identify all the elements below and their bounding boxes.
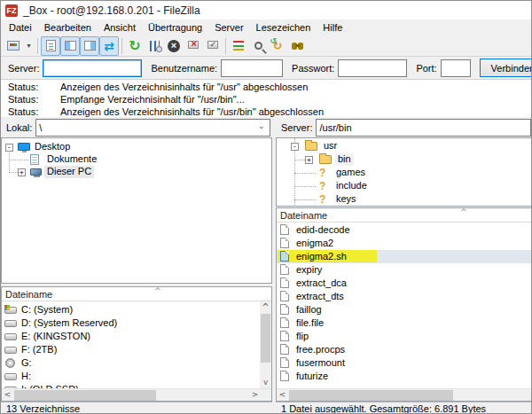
tree-item-usr[interactable]: usr	[277, 140, 531, 152]
file-row[interactable]: flip	[277, 330, 531, 343]
drive-row-d[interactable]: D: (System Reserved)	[2, 316, 271, 330]
file-row[interactable]: extract_dts	[277, 290, 531, 303]
toolbar	[1, 35, 531, 57]
local-status-bar: 13 Verzeichnisse	[1, 402, 272, 414]
connect-button[interactable]: Verbinden	[480, 59, 532, 77]
directory-comparison-icon[interactable]	[248, 36, 268, 56]
tree-item-desktop[interactable]: Desktop	[2, 141, 271, 153]
tree-item-dokumente[interactable]: Dokumente	[2, 153, 271, 166]
file-row[interactable]: edid-decode	[277, 223, 531, 237]
toggle-transfer-queue-icon[interactable]	[99, 36, 119, 56]
synchronized-browsing-icon[interactable]	[268, 36, 287, 56]
menu-bearbeiten[interactable]: Bearbeiten	[38, 20, 98, 35]
unknown-folder-icon	[319, 204, 325, 207]
local-list-header[interactable]: Dateiname	[2, 287, 271, 301]
toggle-remote-tree-icon[interactable]	[80, 36, 99, 56]
menu-ansicht[interactable]: Ansicht	[98, 20, 142, 35]
tree-item-games[interactable]: games	[277, 167, 531, 179]
tree-item-include[interactable]: include	[277, 180, 531, 192]
tree-item-label: bin	[335, 153, 354, 166]
remote-status-text: 1 Datei ausgewählt. Gesamtgröße: 6.891 B…	[281, 403, 486, 414]
tree-item-bin[interactable]: bin	[277, 153, 531, 166]
menu-server[interactable]: Server	[208, 20, 249, 35]
site-manager-dropdown-icon[interactable]	[23, 36, 35, 56]
tree-item-dieser-pc[interactable]: Dieser PC	[2, 166, 271, 178]
toggle-local-tree-icon[interactable]	[60, 36, 80, 56]
chevron-down-icon[interactable]	[258, 124, 265, 131]
cancel-icon[interactable]	[164, 36, 184, 56]
drive-icon	[4, 333, 17, 340]
cancel-glyph	[168, 40, 180, 52]
file-row[interactable]: expiry	[277, 263, 531, 277]
menu-hilfe[interactable]: Hilfe	[317, 20, 348, 35]
file-icon	[280, 224, 289, 235]
remote-list-header[interactable]: Dateiname	[277, 208, 531, 223]
scroll-left-icon[interactable]	[2, 389, 13, 401]
vertical-scrollbar[interactable]	[260, 301, 271, 388]
drive-row-e[interactable]: E: (KINGSTON)	[2, 330, 271, 343]
local-path-combobox[interactable]	[35, 119, 270, 137]
file-row[interactable]: extract_dca	[277, 277, 531, 290]
process-queue-icon[interactable]	[145, 36, 164, 56]
tree-item-label: include	[333, 180, 370, 192]
file-row[interactable]: file.file	[277, 316, 531, 330]
tree-item-lib[interactable]: lib	[277, 204, 531, 207]
scroll-right-icon[interactable]	[249, 389, 261, 401]
server-label: Server:	[8, 63, 39, 74]
scrollbar-thumb[interactable]	[289, 390, 453, 401]
menu-lesezeichen[interactable]: Lesezeichen	[250, 20, 317, 35]
filter-icon[interactable]	[229, 36, 248, 56]
server-input[interactable]	[43, 59, 142, 77]
drive-label: E: (KINGSTON)	[20, 330, 92, 343]
refresh-icon[interactable]	[125, 36, 145, 56]
scroll-down-icon[interactable]	[260, 377, 271, 388]
collapse-expander-icon[interactable]	[291, 143, 299, 151]
file-row[interactable]: free.procps	[277, 343, 531, 356]
menu-datei[interactable]: Datei	[3, 20, 38, 35]
file-name: enigma2.sh	[294, 250, 348, 263]
scrollbar-thumb[interactable]	[14, 390, 156, 401]
scrollbar-thumb[interactable]	[261, 314, 270, 363]
drive-row-f[interactable]: F: (2TB)	[2, 343, 271, 356]
password-input[interactable]	[338, 59, 407, 77]
expand-expander-icon[interactable]	[18, 168, 26, 176]
drive-row-h[interactable]: H:	[2, 370, 271, 383]
scroll-left-icon[interactable]	[277, 389, 288, 401]
port-input[interactable]	[441, 59, 471, 77]
username-input[interactable]	[221, 59, 283, 77]
refresh-glyph	[129, 39, 140, 53]
horizontal-scrollbar[interactable]	[277, 388, 531, 401]
drive-row-g[interactable]: G:	[2, 356, 271, 370]
file-icon	[280, 264, 289, 275]
file-row-selected[interactable]: enigma2.sh	[277, 250, 531, 263]
toolbar-separator	[121, 38, 122, 54]
file-row[interactable]: faillog	[277, 303, 531, 316]
system-drive-icon	[4, 307, 17, 314]
disconnect-icon[interactable]	[184, 36, 203, 56]
file-row[interactable]: futurize	[277, 370, 531, 383]
site-manager-icon[interactable]	[4, 36, 23, 56]
drive-icon	[4, 347, 17, 354]
menu-uebertragung[interactable]: Übertragung	[142, 20, 208, 35]
file-icon	[280, 277, 289, 288]
scroll-up-icon[interactable]	[260, 301, 271, 313]
expand-expander-icon[interactable]	[305, 156, 313, 164]
file-name: fusermount	[294, 356, 347, 370]
site-manager-glyph	[7, 41, 20, 51]
file-row[interactable]: fusermount	[277, 356, 531, 370]
column-dateiname: Dateiname	[5, 289, 52, 300]
file-icon	[280, 357, 289, 368]
file-icon	[280, 331, 289, 341]
file-row[interactable]: enigma2	[277, 237, 531, 250]
process-queue-glyph	[150, 41, 160, 51]
remote-path-bar: Server:	[276, 118, 532, 137]
unknown-folder-icon	[319, 180, 325, 192]
main-area: Lokal: Desktop Dokumente Dieser PC	[1, 117, 531, 414]
remote-path-combobox[interactable]	[316, 119, 531, 137]
collapse-expander-icon[interactable]	[5, 144, 13, 152]
find-files-icon[interactable]	[287, 36, 307, 56]
horizontal-scrollbar[interactable]	[2, 388, 271, 401]
toggle-message-log-icon[interactable]	[41, 36, 60, 56]
reconnect-icon[interactable]	[203, 36, 223, 56]
drive-row-c[interactable]: C: (System)	[2, 303, 271, 316]
